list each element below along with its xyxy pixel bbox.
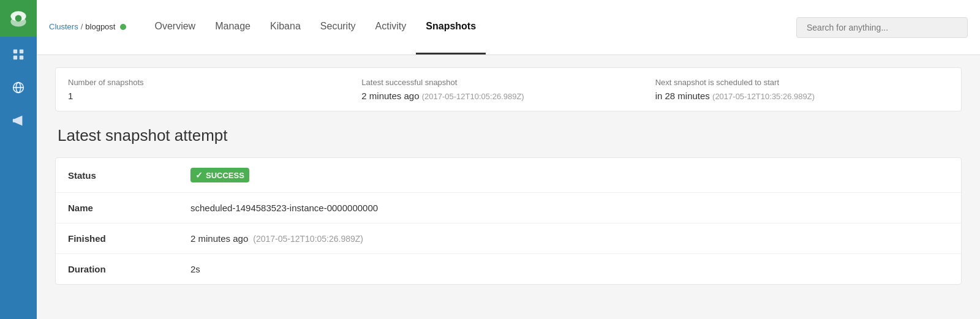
latest-successful-value: 2 minutes ago (2017-05-12T10:05:26.989Z) [361,91,655,101]
breadcrumb-area: Clusters / blogpost [49,22,126,32]
detail-row-finished: Finished 2 minutes ago (2017-05-12T10:05… [56,223,961,254]
grid-icon[interactable] [0,39,37,70]
section-title: Latest snapshot attempt [55,126,962,145]
breadcrumb-separator: / [81,22,83,31]
detail-row-status: Status ✓ SUCCESS [56,158,961,193]
number-of-snapshots-label: Number of snapshots [68,78,361,87]
tab-overview[interactable]: Overview [145,0,205,54]
elastic-logo-icon [7,7,29,29]
tab-activity[interactable]: Activity [366,0,417,54]
duration-value: 2s [190,264,200,274]
status-value: ✓ SUCCESS [190,168,249,182]
globe-icon[interactable] [0,72,37,103]
name-label: Name [68,203,190,213]
tab-manage[interactable]: Manage [205,0,260,54]
globe-svg [12,81,25,94]
latest-successful-label: Latest successful snapshot [361,78,655,87]
status-badge-text: SUCCESS [206,171,244,180]
detail-row-name: Name scheduled-1494583523-instance-00000… [56,193,961,223]
megaphone-icon[interactable] [0,105,37,136]
finished-time: 2 minutes ago [190,233,248,244]
breadcrumb-current: blogpost [85,22,115,31]
svg-rect-6 [20,56,23,59]
svg-point-2 [15,15,22,22]
next-scheduled-value: in 28 minutes (2017-05-12T10:35:26.989Z) [655,91,949,101]
svg-rect-3 [13,50,17,53]
logo[interactable] [0,0,37,37]
megaphone-svg [12,114,25,127]
finished-timestamp: (2017-05-12T10:05:26.989Z) [253,234,363,244]
svg-rect-4 [20,50,23,53]
details-panel: Status ✓ SUCCESS Name scheduled-14945835… [55,157,962,285]
tab-kibana[interactable]: Kibana [260,0,311,54]
latest-successful-timestamp: (2017-05-12T10:05:26.989Z) [422,92,524,101]
sidebar [0,0,37,319]
search-area [796,17,968,38]
finished-value: 2 minutes ago (2017-05-12T10:05:26.989Z) [190,233,363,244]
main-area: Clusters / blogpost Overview Manage Kiba… [37,0,980,319]
status-badge: ✓ SUCCESS [190,168,249,182]
latest-successful-time: 2 minutes ago [361,91,419,101]
grid-svg [12,48,25,61]
tab-security[interactable]: Security [311,0,366,54]
number-of-snapshots-value: 1 [68,91,361,101]
finished-label: Finished [68,233,190,244]
clusters-link[interactable]: Clusters [49,22,78,31]
next-scheduled-timestamp: (2017-05-12T10:35:26.989Z) [712,92,815,101]
status-dot-icon [120,24,126,30]
status-label: Status [68,170,190,181]
stats-row: Number of snapshots 1 Latest successful … [55,67,962,111]
search-input[interactable] [796,17,968,38]
detail-row-duration: Duration 2s [56,254,961,284]
breadcrumb: Clusters / blogpost [49,22,126,31]
tab-snapshots[interactable]: Snapshots [416,0,486,54]
duration-label: Duration [68,264,190,274]
stat-latest-successful: Latest successful snapshot 2 minutes ago… [361,78,655,101]
content: Number of snapshots 1 Latest successful … [37,55,980,319]
svg-rect-5 [13,56,17,59]
stat-number-of-snapshots: Number of snapshots 1 [68,78,361,101]
stat-next-scheduled: Next snapshot is scheduled to start in 2… [655,78,949,101]
checkmark-icon: ✓ [195,170,203,180]
topbar: Clusters / blogpost Overview Manage Kiba… [37,0,980,55]
nav-tabs: Overview Manage Kibana Security Activity… [145,0,796,54]
next-scheduled-time: in 28 minutes [655,91,710,101]
next-scheduled-label: Next snapshot is scheduled to start [655,78,949,87]
name-value: scheduled-1494583523-instance-0000000000 [190,203,378,213]
